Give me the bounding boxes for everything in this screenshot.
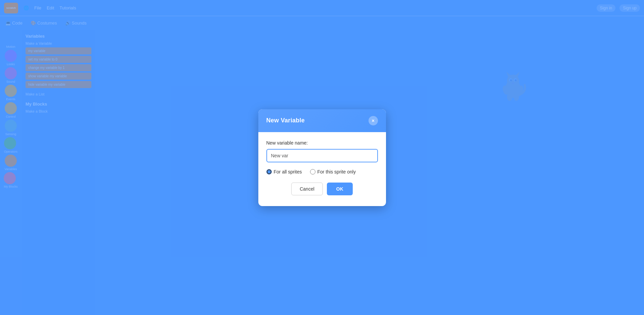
for-this-sprite-option[interactable]: For this sprite only: [310, 169, 356, 174]
ok-button[interactable]: OK: [327, 183, 353, 195]
modal-footer: Cancel OK: [266, 183, 378, 198]
variable-name-input[interactable]: [266, 149, 378, 162]
modal-overlay: New Variable × New variable name: For al…: [0, 0, 644, 315]
modal-header: New Variable ×: [258, 109, 386, 132]
modal-title: New Variable: [266, 117, 305, 124]
cancel-button[interactable]: Cancel: [291, 183, 323, 195]
variable-name-label: New variable name:: [266, 140, 378, 146]
scope-radio-group: For all sprites For this sprite only: [266, 169, 378, 174]
for-all-sprites-radio[interactable]: [266, 169, 272, 174]
new-variable-modal: New Variable × New variable name: For al…: [258, 109, 386, 206]
for-all-sprites-option[interactable]: For all sprites: [266, 169, 302, 174]
for-all-sprites-label: For all sprites: [274, 169, 302, 174]
modal-body: New variable name: For all sprites For t…: [258, 132, 386, 206]
for-this-sprite-radio[interactable]: [310, 169, 315, 174]
for-this-sprite-label: For this sprite only: [317, 169, 356, 174]
modal-close-button[interactable]: ×: [369, 116, 378, 125]
